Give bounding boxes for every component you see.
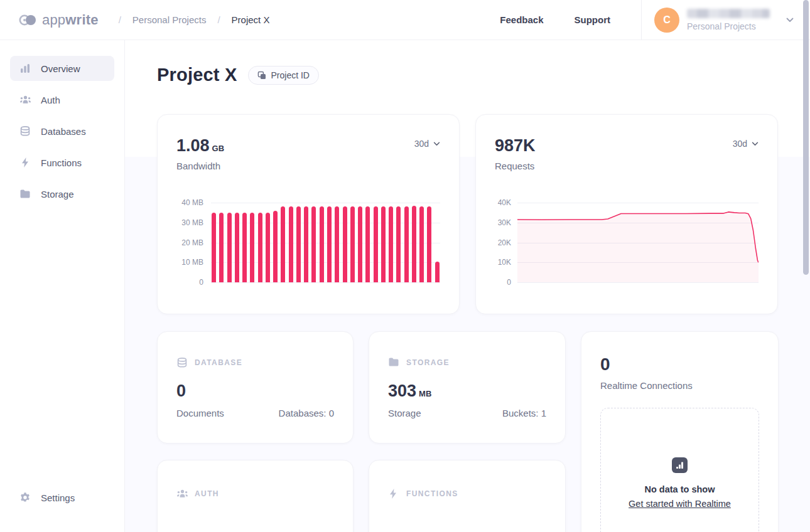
user-org-label: Personal Projects xyxy=(687,21,770,31)
requests-total: 987K xyxy=(495,136,536,155)
ytick: 30 MB xyxy=(181,218,203,227)
realtime-empty-state: No data to show Get started with Realtim… xyxy=(600,408,759,532)
bandwidth-bar xyxy=(242,213,247,282)
bandwidth-bar xyxy=(343,206,347,282)
bandwidth-bar xyxy=(219,213,224,282)
bandwidth-bar xyxy=(320,206,324,282)
header-right: Feedback Support C Personal Projects xyxy=(500,0,810,40)
database-icon xyxy=(19,125,31,137)
bandwidth-bar xyxy=(296,206,301,282)
ytick: 20K xyxy=(498,238,511,247)
logo-text: appwrite xyxy=(42,12,99,28)
grid-line xyxy=(517,282,759,283)
sidebar-item-databases[interactable]: Databases xyxy=(10,119,114,144)
auth-card: AUTH xyxy=(157,460,354,532)
ytick: 10 MB xyxy=(181,258,203,267)
bandwidth-bar xyxy=(381,206,386,282)
bandwidth-bar xyxy=(427,206,431,282)
buckets-meta: Buckets: 1 xyxy=(502,408,546,418)
range-value: 30d xyxy=(414,139,429,149)
project-id-badge-label: Project ID xyxy=(271,70,310,80)
feedback-link[interactable]: Feedback xyxy=(500,14,543,25)
bandwidth-bar xyxy=(335,206,339,282)
support-link[interactable]: Support xyxy=(575,14,611,25)
bandwidth-total: 1.08 xyxy=(176,136,210,155)
sidebar-item-label: Databases xyxy=(41,126,86,137)
storage-card: STORAGE 303MB Storage Buckets: 1 xyxy=(369,331,566,444)
requests-line-chart xyxy=(517,203,759,282)
breadcrumb-parent[interactable]: Personal Projects xyxy=(132,14,207,25)
sidebar-item-label: Overview xyxy=(41,63,80,74)
grid-line xyxy=(211,282,440,283)
storage-label: Storage xyxy=(388,408,421,418)
database-card: DATABASE 0 Documents Databases: 0 xyxy=(157,331,354,444)
bandwidth-bar xyxy=(235,213,239,282)
ytick: 40 MB xyxy=(181,198,203,207)
top-header: appwrite / Personal Projects / Project X… xyxy=(0,0,810,40)
ytick: 20 MB xyxy=(181,238,203,247)
no-data-chart-icon xyxy=(672,457,688,473)
bandwidth-bar xyxy=(435,262,440,282)
sidebar-item-label: Functions xyxy=(41,157,82,168)
requests-range-select[interactable]: 30d xyxy=(733,139,759,149)
bandwidth-unit: GB xyxy=(212,144,225,153)
bandwidth-bar xyxy=(212,213,216,282)
user-meta: Personal Projects xyxy=(687,9,770,31)
breadcrumb-separator: / xyxy=(217,14,220,25)
bandwidth-bar xyxy=(311,206,316,282)
bandwidth-bar xyxy=(304,206,308,282)
functions-card: FUNCTIONS xyxy=(369,460,566,532)
vertical-scrollbar-thumb[interactable] xyxy=(803,0,809,275)
documents-label: Documents xyxy=(176,408,224,418)
avatar: C xyxy=(654,8,679,33)
bandwidth-bar xyxy=(227,213,232,282)
sidebar-item-settings[interactable]: Settings xyxy=(10,485,114,510)
sidebar-item-storage[interactable]: Storage xyxy=(10,181,114,206)
ytick: 10K xyxy=(498,258,511,267)
bandwidth-bar xyxy=(358,206,362,282)
card-category-label: STORAGE xyxy=(406,358,450,367)
bandwidth-bar xyxy=(396,206,401,282)
bandwidth-bar xyxy=(327,206,332,282)
bar-chart-icon xyxy=(19,62,31,75)
sidebar-item-auth[interactable]: Auth xyxy=(10,87,114,112)
card-category-label: FUNCTIONS xyxy=(406,489,458,498)
sidebar-item-functions[interactable]: Functions xyxy=(10,150,114,175)
bandwidth-bar xyxy=(412,206,416,282)
sidebar-item-label: Settings xyxy=(41,492,75,503)
bandwidth-bar xyxy=(365,206,370,282)
appwrite-logo-icon xyxy=(19,14,36,26)
main-content: Project X Project ID 1.08GB Bandwidth 30… xyxy=(125,40,810,532)
requests-yaxis: 40K 30K 20K 10K 0 xyxy=(495,203,511,282)
sidebar-item-label: Storage xyxy=(41,189,74,200)
lightning-icon xyxy=(388,488,399,499)
project-id-badge[interactable]: Project ID xyxy=(248,66,319,85)
bandwidth-bar xyxy=(389,206,393,282)
database-icon xyxy=(176,357,188,368)
storage-amount: 303 xyxy=(388,381,416,400)
page-title: Project X xyxy=(157,65,237,85)
gear-icon xyxy=(19,491,31,504)
bandwidth-bar xyxy=(350,206,355,282)
sidebar-item-label: Auth xyxy=(41,95,60,105)
users-icon xyxy=(176,488,188,499)
bandwidth-range-select[interactable]: 30d xyxy=(414,139,440,149)
range-value: 30d xyxy=(733,139,747,149)
bandwidth-bar xyxy=(273,211,278,282)
lightning-icon xyxy=(19,156,31,169)
bandwidth-bar xyxy=(250,213,254,282)
bandwidth-bar xyxy=(281,206,285,282)
get-started-realtime-link[interactable]: Get started with Realtime xyxy=(629,499,731,509)
appwrite-logo[interactable]: appwrite xyxy=(19,12,99,28)
breadcrumb: / Personal Projects / Project X xyxy=(119,14,270,25)
bandwidth-bar xyxy=(419,206,424,282)
user-menu[interactable]: C Personal Projects xyxy=(654,8,810,33)
bandwidth-bar xyxy=(404,206,409,282)
realtime-card: 0 Realtime Connections No data to show G… xyxy=(581,331,779,532)
card-category-label: AUTH xyxy=(195,489,219,498)
sidebar-nav: Overview Auth Databases Functions Stor xyxy=(0,40,125,532)
chevron-down-icon xyxy=(786,18,794,23)
breadcrumb-current[interactable]: Project X xyxy=(232,14,270,25)
realtime-label: Realtime Connections xyxy=(600,380,759,391)
sidebar-item-overview[interactable]: Overview xyxy=(10,56,114,81)
